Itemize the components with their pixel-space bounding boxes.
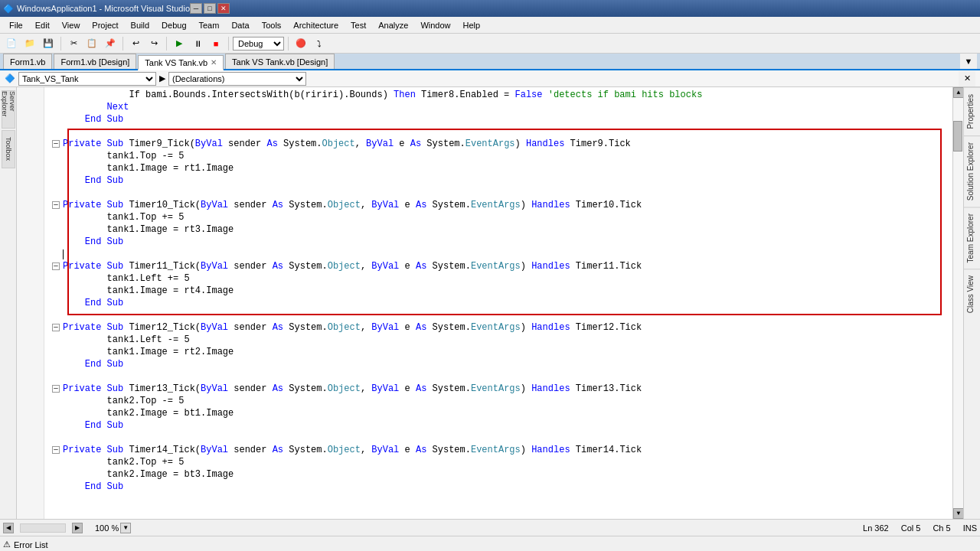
right-sidebar: Properties Solution Explorer Team Explor… <box>963 87 980 519</box>
collapse-timer14[interactable]: ─ <box>52 446 60 454</box>
sep5 <box>288 37 289 51</box>
tb-redo[interactable]: ↪ <box>145 36 162 51</box>
ins-status: INS <box>963 523 977 533</box>
menu-analyze[interactable]: Analyze <box>372 19 414 31</box>
tab-tankvstank-design[interactable]: Tank VS Tank.vb [Design] <box>225 54 335 69</box>
scroll-up-btn[interactable]: ▲ <box>953 87 963 98</box>
vs-icon: 🔷 <box>3 4 14 14</box>
code-line-t9-1: tank1.Top -= 5 <box>47 150 952 162</box>
menu-view[interactable]: View <box>56 19 87 31</box>
tb-copy[interactable]: 📋 <box>83 36 100 51</box>
team-explorer-tab[interactable]: Team Explorer <box>964 207 980 269</box>
code-editor[interactable]: If bami.Bounds.IntersectsWith(b(ririri).… <box>17 87 963 519</box>
collapse-timer11[interactable]: ─ <box>52 262 60 270</box>
tab-form1vb[interactable]: Form1.vb <box>3 54 52 69</box>
tab-tankvstank-close[interactable]: ✕ <box>211 58 217 67</box>
blank4 <box>47 309 952 321</box>
menu-debug[interactable]: Debug <box>155 19 192 31</box>
debug-config-select[interactable]: Debug Release <box>233 37 284 51</box>
menu-tools[interactable]: Tools <box>256 19 288 31</box>
class-view-tab[interactable]: Class View <box>964 269 980 319</box>
code-line-t14-2: tank2.Image = bt3.Image <box>47 468 952 481</box>
menu-window[interactable]: Window <box>414 19 456 31</box>
code-line-timer9: ─ Private Sub Timer9_Tick(ByVal sender A… <box>47 138 952 150</box>
collapse-timer9[interactable]: ─ <box>52 140 60 148</box>
code-line-t12-end: End Sub <box>47 358 952 370</box>
collapse-timer13[interactable]: ─ <box>52 385 60 393</box>
tb-stop[interactable]: ■ <box>207 36 224 51</box>
error-list-bar: ⚠ Error List <box>0 536 980 551</box>
close-button[interactable]: ✕ <box>217 3 230 14</box>
menu-team[interactable]: Team <box>193 19 226 31</box>
tab-collapse-btn[interactable]: ▼ <box>960 54 977 69</box>
blank5 <box>47 370 952 383</box>
menu-test[interactable]: Test <box>345 19 372 31</box>
class-select[interactable]: Tank_VS_Tank <box>18 72 156 86</box>
tb-cut[interactable]: ✂ <box>65 36 82 51</box>
code-line-timer10: ─ Private Sub Timer10_Tick(ByVal sender … <box>47 199 952 211</box>
error-list-label[interactable]: Error List <box>14 540 48 549</box>
scroll-thumb[interactable] <box>953 121 962 152</box>
code-line-t13-2: tank2.Image = bt1.Image <box>47 407 952 419</box>
zoom-label: 100 % <box>95 523 119 533</box>
code-line-t13-end: End Sub <box>47 419 952 432</box>
menu-data[interactable]: Data <box>225 19 255 31</box>
tb-save[interactable]: 💾 <box>40 36 57 51</box>
blank3 <box>47 248 952 260</box>
menu-build[interactable]: Build <box>125 19 155 31</box>
menu-project[interactable]: Project <box>86 19 124 31</box>
code-line-t12-2: tank1.Image = rt2.Image <box>47 346 952 358</box>
zoom-area: 100 % ▼ <box>95 523 131 533</box>
menu-architecture[interactable]: Architecture <box>287 19 345 31</box>
scroll-down-btn[interactable]: ▼ <box>953 508 963 519</box>
solution-explorer-tab[interactable]: Solution Explorer <box>964 135 980 207</box>
code-line-t13-1: tank2.Top -= 5 <box>47 395 952 407</box>
code-line-t10-end: End Sub <box>47 236 952 248</box>
menu-edit[interactable]: Edit <box>29 19 56 31</box>
maximize-button[interactable]: □ <box>204 3 216 14</box>
menu-file[interactable]: File <box>3 19 29 31</box>
h-scroll-track[interactable] <box>20 523 66 533</box>
properties-panel-tab[interactable]: Properties <box>964 87 980 135</box>
h-scroll-left[interactable]: ◀ <box>3 523 14 533</box>
tb-new[interactable]: 📄 <box>3 36 20 51</box>
tb-paste[interactable]: 📌 <box>102 36 119 51</box>
tb-open[interactable]: 📁 <box>21 36 38 51</box>
tb-run[interactable]: ▶ <box>171 36 188 51</box>
tb-bp[interactable]: 🔴 <box>292 36 309 51</box>
method-select[interactable]: (Declarations) <box>168 72 306 86</box>
tab-tankvstank[interactable]: Tank VS Tank.vb ✕ <box>138 55 224 70</box>
code-line-t9-end: End Sub <box>47 174 952 187</box>
blank2 <box>47 187 952 199</box>
menu-help[interactable]: Help <box>457 19 487 31</box>
minimize-button[interactable]: ─ <box>190 3 202 14</box>
tb-undo[interactable]: ↩ <box>127 36 144 51</box>
h-scroll-right[interactable]: ▶ <box>72 523 83 533</box>
tab-form1-design[interactable]: Form1.vb [Design] <box>54 54 136 69</box>
tab-tankvstank-design-label: Tank VS Tank.vb [Design] <box>232 57 328 67</box>
code-line-timer11: ─ Private Sub Timer11_Tick(ByVal sender … <box>47 260 952 272</box>
vertical-scrollbar[interactable]: ▲ ▼ <box>952 87 963 519</box>
zoom-dropdown-btn[interactable]: ▼ <box>120 523 131 533</box>
server-explorer-panel[interactable]: Server Explorer <box>2 90 15 129</box>
collapse-timer10[interactable]: ─ <box>52 201 60 209</box>
title-text: WindowsApplication1 - Microsoft Visual S… <box>17 4 190 13</box>
code-lines[interactable]: If bami.Bounds.IntersectsWith(b(ririri).… <box>44 87 952 519</box>
expand-btn[interactable]: ✕ <box>959 71 975 86</box>
code-line-t9-2: tank1.Image = rt1.Image <box>47 162 952 174</box>
code-line-next: Next <box>47 101 952 113</box>
tab-form1vb-label: Form1.vb <box>10 57 45 67</box>
tb-step[interactable]: ⤵ <box>311 36 328 51</box>
titlebar: 🔷 WindowsApplication1 - Microsoft Visual… <box>0 0 980 17</box>
code-line-t11-end: End Sub <box>47 297 952 309</box>
ln-status: Ln 362 <box>863 523 889 533</box>
collapse-timer12[interactable]: ─ <box>52 324 60 331</box>
menubar: File Edit View Project Build Debug Team … <box>0 17 980 34</box>
blank1 <box>47 126 952 138</box>
tb-pause[interactable]: ⏸ <box>189 36 206 51</box>
toolbox-panel[interactable]: Toolbox <box>2 130 15 168</box>
code-line-endsub0: End Sub <box>47 113 952 126</box>
toolbar: 📄 📁 💾 ✂ 📋 📌 ↩ ↪ ▶ ⏸ ■ Debug Release 🔴 ⤵ <box>0 34 980 54</box>
status-items: Ln 362 Col 5 Ch 5 INS <box>863 523 977 533</box>
code-line-t10-1: tank1.Top += 5 <box>47 211 952 223</box>
